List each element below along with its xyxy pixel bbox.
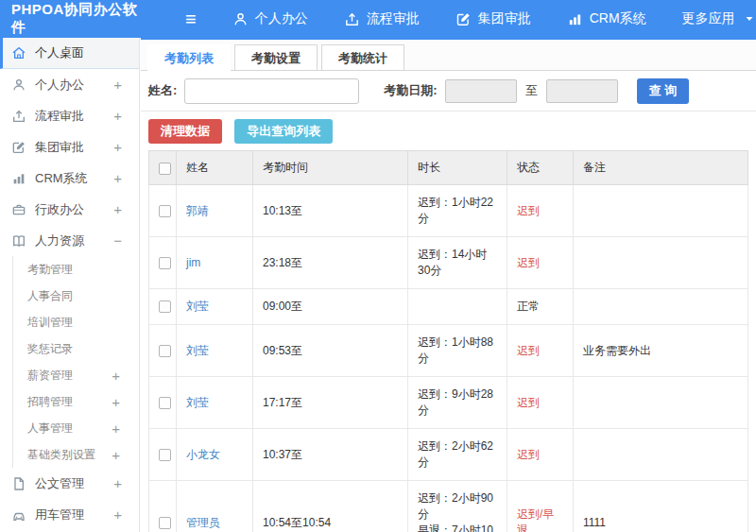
hamburger-menu-icon[interactable]: ≡ xyxy=(185,0,197,38)
sidebar-subitem[interactable]: 招聘管理 + xyxy=(12,388,139,415)
sidebar-item[interactable]: 个人办公 + xyxy=(0,69,139,100)
sidebar-item[interactable]: 用车管理 + xyxy=(0,499,139,530)
sidebar-item[interactable]: 流程审批 + xyxy=(0,100,139,131)
tab-label: 考勤设置 xyxy=(251,51,301,65)
header-time: 考勤时间 xyxy=(253,151,408,185)
sidebar-subitem[interactable]: 培训管理 xyxy=(12,309,139,335)
row-name-cell: 刘莹 xyxy=(177,377,253,429)
row-status-cell: 迟到 xyxy=(507,237,574,289)
date-from-input[interactable] xyxy=(445,79,517,103)
row-checkbox-cell xyxy=(149,481,177,532)
sidebar-item-label: 集团审批 xyxy=(35,139,113,156)
car-icon xyxy=(11,507,26,523)
sidebar-item[interactable]: CRM系统 + xyxy=(0,163,139,194)
sidebar-subitem[interactable]: 人事合同 xyxy=(12,283,139,309)
table-header-row: 姓名 考勤时间 时长 状态 备注 xyxy=(149,151,748,185)
expand-toggle-icon[interactable]: + xyxy=(113,77,122,93)
row-checkbox[interactable] xyxy=(159,345,171,357)
row-checkbox[interactable] xyxy=(159,397,171,409)
row-note-cell xyxy=(574,377,748,429)
employee-name-link[interactable]: 刘莹 xyxy=(186,344,209,357)
select-all-checkbox[interactable] xyxy=(159,163,171,175)
employee-name-link[interactable]: 刘莹 xyxy=(186,300,209,313)
row-checkbox-cell xyxy=(149,429,177,481)
row-status-cell: 迟到 xyxy=(507,429,574,481)
name-filter-input[interactable] xyxy=(184,78,359,104)
row-checkbox[interactable] xyxy=(159,517,171,529)
sidebar-item[interactable]: 集团审批 + xyxy=(0,131,139,163)
row-checkbox[interactable] xyxy=(159,449,171,461)
search-button[interactable]: 查 询 xyxy=(637,78,690,104)
employee-name-link[interactable]: 管理员 xyxy=(186,516,220,529)
row-duration-cell: 迟到：14小时30分 xyxy=(408,237,507,289)
sidebar-item[interactable]: 公文管理 + xyxy=(0,468,139,499)
employee-name-link[interactable]: 小龙女 xyxy=(186,448,220,461)
user-icon xyxy=(11,77,26,93)
row-status-cell: 迟到 xyxy=(507,185,574,237)
tab[interactable]: 考勤列表 xyxy=(147,44,231,71)
tab[interactable]: 考勤统计 xyxy=(321,44,404,71)
sidebar-subitem[interactable]: 考勤管理 xyxy=(12,256,139,283)
briefcase-icon xyxy=(11,202,26,217)
sidebar-subitem-label: 薪资管理 xyxy=(27,368,112,384)
name-filter-label: 姓名: xyxy=(148,82,177,99)
sidebar-item[interactable]: 人力资源 − xyxy=(0,225,139,256)
row-checkbox-cell xyxy=(149,289,177,325)
expand-toggle-icon[interactable]: + xyxy=(112,447,120,463)
attendance-table: 姓名 考勤时间 时长 状态 备注 郭靖 10:13至 迟到：1小时22分 迟到 … xyxy=(148,150,748,532)
row-status-cell: 正常 xyxy=(507,289,574,325)
employee-name-link[interactable]: 刘莹 xyxy=(186,396,209,409)
sidebar-subitem[interactable]: 奖惩记录 xyxy=(12,335,139,362)
table-row: 郭靖 10:13至 迟到：1小时22分 迟到 xyxy=(149,185,748,237)
row-checkbox[interactable] xyxy=(159,300,171,313)
expand-toggle-icon[interactable]: + xyxy=(112,394,120,410)
employee-name-link[interactable]: jim xyxy=(186,256,200,269)
sidebar-subitem[interactable]: 薪资管理 + xyxy=(12,362,139,388)
main-panel: 考勤列表考勤设置考勤统计 姓名: 考勤日期: 至 查 询 清理数据 导出查询列表… xyxy=(141,38,756,532)
sidebar-subitem[interactable]: 人事管理 + xyxy=(12,415,139,441)
row-checkbox-cell xyxy=(149,237,177,289)
sidebar-item-label: CRM系统 xyxy=(35,170,113,187)
sidebar-item[interactable]: 个人桌面 xyxy=(0,38,139,69)
table-row: 刘莹 09:00至 正常 xyxy=(149,289,748,325)
date-to-input[interactable] xyxy=(546,79,618,103)
top-nav-item[interactable]: 流程审批 xyxy=(344,10,420,27)
date-to-label: 至 xyxy=(525,82,538,99)
top-nav-item[interactable]: CRM系统 xyxy=(567,10,646,27)
chart-icon xyxy=(567,11,583,27)
sidebar-subitem-label: 基础类别设置 xyxy=(27,447,112,463)
sidebar-item[interactable]: 行政办公 + xyxy=(0,194,139,225)
home-icon xyxy=(11,45,26,60)
header-name: 姓名 xyxy=(177,151,253,185)
row-time-cell: 10:54至10:54 xyxy=(253,481,408,532)
row-duration-cell: 迟到：9小时28分 xyxy=(408,377,507,429)
top-nav-item[interactable]: 个人办公 xyxy=(232,10,308,27)
export-list-button[interactable]: 导出查询列表 xyxy=(234,119,333,144)
expand-toggle-icon[interactable]: + xyxy=(112,368,120,384)
row-checkbox[interactable] xyxy=(159,257,171,269)
top-nav-item[interactable]: 更多应用 xyxy=(682,10,755,27)
expand-toggle-icon[interactable]: + xyxy=(113,475,122,491)
sidebar-subitem-label: 考勤管理 xyxy=(27,262,120,278)
employee-name-link[interactable]: 郭靖 xyxy=(186,204,209,217)
row-note-cell xyxy=(574,429,748,481)
expand-toggle-icon[interactable]: + xyxy=(113,201,122,217)
expand-toggle-icon[interactable]: + xyxy=(112,420,120,437)
expand-toggle-icon[interactable]: + xyxy=(113,170,122,186)
row-checkbox-cell xyxy=(149,185,177,237)
expand-toggle-icon[interactable]: − xyxy=(113,232,122,249)
row-checkbox[interactable] xyxy=(159,205,171,217)
sidebar-subitem[interactable]: 基础类别设置 + xyxy=(12,441,139,468)
tab[interactable]: 考勤设置 xyxy=(234,44,318,71)
row-duration-cell xyxy=(408,289,507,325)
row-time-cell: 10:13至 xyxy=(253,185,408,237)
caret-down-icon xyxy=(744,13,755,25)
expand-toggle-icon[interactable]: + xyxy=(113,506,122,523)
expand-toggle-icon[interactable]: + xyxy=(113,108,122,124)
expand-toggle-icon[interactable]: + xyxy=(113,139,122,155)
tab-bar: 考勤列表考勤设置考勤统计 xyxy=(141,40,756,71)
clean-data-button[interactable]: 清理数据 xyxy=(148,119,222,144)
top-nav-item[interactable]: 集团审批 xyxy=(455,10,531,27)
sidebar-item-label: 公文管理 xyxy=(35,475,113,492)
sidebar-subitem-label: 奖惩记录 xyxy=(27,341,120,357)
